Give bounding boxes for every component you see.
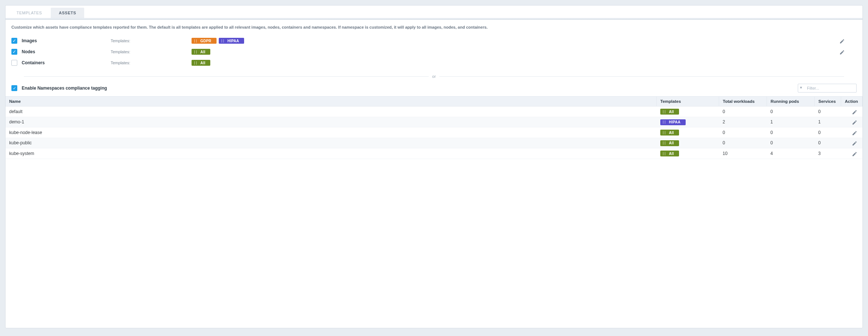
- cell-workloads: 0: [719, 106, 767, 117]
- namespace-enable-label: Enable Namespaces compliance tagging: [22, 86, 107, 91]
- edit-icon[interactable]: [852, 119, 857, 125]
- cell-templates: ||All: [657, 106, 719, 117]
- tab-bar: TEMPLATES ASSETS: [6, 8, 862, 18]
- or-divider: or: [24, 74, 844, 79]
- cell-name: default: [6, 106, 657, 117]
- badge-hipaa: ||HIPAA: [660, 119, 686, 125]
- badge-all: ||All: [660, 151, 679, 156]
- badge-gdpr: ||GDPR: [192, 38, 217, 44]
- divider-word: or: [429, 74, 440, 79]
- cell-actions: [841, 127, 862, 138]
- cell-services: 0: [815, 127, 841, 138]
- cell-pods: 0: [767, 127, 815, 138]
- cell-workloads: 0: [719, 138, 767, 148]
- cell-actions: [841, 138, 862, 148]
- cell-pods: 0: [767, 138, 815, 148]
- cell-name: kube-system: [6, 148, 657, 159]
- filter-input[interactable]: [798, 84, 857, 93]
- cell-actions: [841, 148, 862, 159]
- edit-icon[interactable]: [852, 140, 857, 146]
- col-actions[interactable]: Action: [841, 97, 862, 106]
- asset-row-nodes: ✓ Nodes Templates: ||All: [11, 46, 857, 57]
- asset-label: Nodes: [22, 49, 35, 54]
- cell-name: demo-1: [6, 117, 657, 127]
- badge-all: ||All: [660, 140, 679, 146]
- checkbox-icon[interactable]: ✓: [11, 85, 17, 91]
- col-templates[interactable]: Templates: [657, 97, 719, 106]
- asset-label: Images: [22, 38, 37, 43]
- table-header-row: Name Templates Total workloads Running p…: [6, 97, 862, 106]
- badge-all: ||All: [660, 109, 679, 115]
- asset-row-containers: Containers Templates: ||All: [11, 57, 857, 68]
- checkbox-icon[interactable]: ✓: [11, 49, 17, 55]
- badge-all: ||All: [192, 60, 210, 66]
- tab-assets[interactable]: ASSETS: [51, 8, 84, 18]
- cell-templates: ||All: [657, 138, 719, 148]
- asset-label: Containers: [22, 60, 45, 65]
- edit-icon[interactable]: [839, 48, 845, 55]
- cell-templates: ||All: [657, 148, 719, 159]
- cell-name: kube-public: [6, 138, 657, 148]
- edit-icon[interactable]: [852, 108, 857, 115]
- cell-actions: [841, 106, 862, 117]
- cell-services: 1: [815, 117, 841, 127]
- table-row: demo-1||HIPAA211: [6, 117, 862, 127]
- cell-templates: ||HIPAA: [657, 117, 719, 127]
- cell-pods: 4: [767, 148, 815, 159]
- table-row: kube-public||All000: [6, 138, 862, 148]
- col-services[interactable]: Services: [815, 97, 841, 106]
- asset-row-images: ✓ Images Templates: ||GDPR ||HIPAA: [11, 35, 857, 46]
- cell-services: 0: [815, 106, 841, 117]
- tab-templates[interactable]: TEMPLATES: [8, 8, 50, 18]
- edit-icon[interactable]: [852, 150, 857, 156]
- cell-services: 0: [815, 138, 841, 148]
- namespace-table: Name Templates Total workloads Running p…: [6, 96, 862, 159]
- badge-all: ||All: [660, 130, 679, 136]
- description-text: Customize which assets have compliance t…: [6, 20, 862, 35]
- cell-workloads: 2: [719, 117, 767, 127]
- badge-hipaa: ||HIPAA: [219, 38, 244, 44]
- cell-pods: 1: [767, 117, 815, 127]
- templates-label: Templates:: [111, 39, 192, 43]
- cell-actions: [841, 117, 862, 127]
- cell-workloads: 0: [719, 127, 767, 138]
- asset-config: ✓ Images Templates: ||GDPR ||HIPAA ✓ Nod…: [6, 35, 862, 72]
- cell-pods: 0: [767, 106, 815, 117]
- templates-label: Templates:: [111, 61, 192, 65]
- badge-list: ||GDPR ||HIPAA: [192, 38, 827, 44]
- cell-name: kube-node-lease: [6, 127, 657, 138]
- col-pods[interactable]: Running pods: [767, 97, 815, 106]
- cell-services: 3: [815, 148, 841, 159]
- badge-list: ||All: [192, 60, 827, 66]
- table-row: kube-node-lease||All000: [6, 127, 862, 138]
- col-name[interactable]: Name: [6, 97, 657, 106]
- edit-icon[interactable]: [839, 37, 845, 44]
- main-panel: TEMPLATES ASSETS Customize which assets …: [5, 5, 863, 328]
- badge-list: ||All: [192, 49, 827, 55]
- cell-workloads: 10: [719, 148, 767, 159]
- templates-label: Templates:: [111, 50, 192, 54]
- cell-templates: ||All: [657, 127, 719, 138]
- table-row: default||All000: [6, 106, 862, 117]
- checkbox-icon[interactable]: ✓: [11, 38, 17, 44]
- col-workloads[interactable]: Total workloads: [719, 97, 767, 106]
- table-row: kube-system||All1043: [6, 148, 862, 159]
- filter-icon: ▾: [800, 85, 802, 90]
- checkbox-icon[interactable]: [11, 60, 17, 66]
- namespace-enable-row: ✓ Enable Namespaces compliance tagging ▾: [6, 80, 862, 96]
- badge-all: ||All: [192, 49, 210, 55]
- edit-icon[interactable]: [852, 129, 857, 136]
